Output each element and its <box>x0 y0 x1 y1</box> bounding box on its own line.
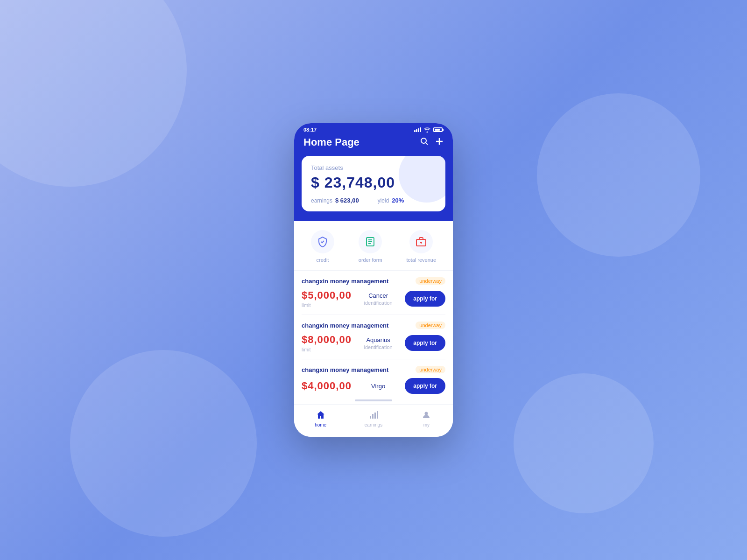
list-id-type-3: Virgo <box>371 383 385 390</box>
list-id-label-2: identification <box>364 344 393 350</box>
list-limit-1: limit <box>302 302 352 308</box>
status-badge-1: underway <box>416 277 445 285</box>
bottom-nav: home earnings <box>294 404 453 437</box>
quick-icon-order-form[interactable]: order form <box>359 230 382 263</box>
nav-label-home: home <box>315 422 326 427</box>
earnings-item: earnings $ 623,00 <box>311 197 359 204</box>
apply-button-1[interactable]: apply for <box>405 291 445 307</box>
nav-item-my[interactable]: my <box>400 409 453 427</box>
app-header: Home Page <box>294 134 453 156</box>
list-id-type-1: Cancer <box>368 292 388 299</box>
quick-icons-row: credit order form <box>294 221 453 271</box>
assets-label: Total assets <box>311 164 436 171</box>
list-section: changxin money management underway $5,00… <box>294 271 453 397</box>
scroll-bar <box>355 399 392 401</box>
assets-section: Total assets $ 23,748,00 earnings $ 623,… <box>294 156 453 221</box>
list-card-body-1: $5,000,00 limit Cancer identification ap… <box>302 289 445 308</box>
status-badge-3: underway <box>416 366 445 373</box>
credit-icon-circle <box>311 230 334 253</box>
status-time: 08:17 <box>303 127 317 133</box>
my-icon <box>421 409 432 420</box>
bg-decoration-3 <box>537 93 700 257</box>
status-badge-2: underway <box>416 322 445 329</box>
status-bar: 08:17 <box>294 123 453 134</box>
svg-line-1 <box>426 142 428 145</box>
header-actions <box>420 137 444 148</box>
list-card-title-3: changxin money management <box>302 366 388 373</box>
add-icon[interactable] <box>435 137 444 148</box>
list-card-body-3: $4,000,00 Virgo apply for <box>302 378 445 394</box>
list-card-title-1: changxin money management <box>302 278 388 285</box>
nav-item-earnings[interactable]: earnings <box>347 409 400 427</box>
bg-decoration-1 <box>0 0 187 187</box>
list-item: changxin money management underway $8,00… <box>302 315 445 359</box>
list-card-middle-3: Virgo <box>371 383 385 390</box>
quick-icon-credit[interactable]: credit <box>311 230 334 263</box>
nav-item-home[interactable]: home <box>294 409 347 427</box>
list-item: changxin money management underway $5,00… <box>302 271 445 315</box>
bg-decoration-2 <box>70 350 257 537</box>
earnings-label: earnings <box>311 197 332 204</box>
total-revenue-icon-circle <box>409 230 433 253</box>
list-limit-2: limit <box>302 347 352 352</box>
scroll-indicator <box>294 397 453 404</box>
order-form-label: order form <box>359 257 382 263</box>
list-amount-3: $4,000,00 <box>302 380 352 392</box>
yield-label: yield <box>378 197 389 204</box>
assets-amount: $ 23,748,00 <box>311 174 436 191</box>
quick-icon-total-revenue[interactable]: total revenue <box>406 230 436 263</box>
order-form-icon-circle <box>359 230 382 253</box>
list-amount-1: $5,000,00 <box>302 289 352 301</box>
list-id-label-1: identification <box>364 300 393 306</box>
credit-label: credit <box>316 257 329 263</box>
svg-rect-13 <box>374 413 376 419</box>
svg-point-15 <box>425 412 428 415</box>
battery-icon <box>433 127 444 132</box>
home-icon <box>315 409 326 420</box>
svg-rect-14 <box>377 411 378 419</box>
list-card-left-2: $8,000,00 limit <box>302 334 352 352</box>
nav-label-my: my <box>423 422 430 427</box>
phone-container: 08:17 Home P <box>294 123 453 437</box>
list-card-middle-2: Aquarius identification <box>364 336 393 350</box>
list-card-left-1: $5,000,00 limit <box>302 289 352 308</box>
nav-label-earnings: earnings <box>365 422 382 427</box>
signal-icon <box>414 127 421 132</box>
svg-rect-12 <box>372 414 374 419</box>
bg-decoration-4 <box>514 373 654 513</box>
list-card-left-3: $4,000,00 <box>302 380 352 392</box>
page-title: Home Page <box>303 136 359 148</box>
list-card-header-1: changxin money management underway <box>302 277 445 285</box>
status-icons <box>414 127 444 133</box>
assets-footer: earnings $ 623,00 yield 20% <box>311 197 436 204</box>
list-card-body-2: $8,000,00 limit Aquarius identification … <box>302 334 445 352</box>
yield-value: 20% <box>392 197 404 204</box>
svg-point-0 <box>421 138 426 143</box>
yield-item: yield 20% <box>378 197 404 204</box>
list-id-type-2: Aquarius <box>366 336 390 343</box>
apply-button-3[interactable]: apply for <box>405 378 445 394</box>
earnings-icon <box>368 409 379 420</box>
list-card-middle-1: Cancer identification <box>364 292 393 306</box>
assets-card: Total assets $ 23,748,00 earnings $ 623,… <box>302 156 445 211</box>
list-amount-2: $8,000,00 <box>302 334 352 346</box>
list-card-header-2: changxin money management underway <box>302 322 445 329</box>
svg-rect-11 <box>370 416 371 419</box>
list-item: changxin money management underway $4,00… <box>302 359 445 397</box>
main-content: credit order form <box>294 221 453 437</box>
list-card-header-3: changxin money management underway <box>302 366 445 373</box>
earnings-value: $ 623,00 <box>335 197 359 204</box>
total-revenue-label: total revenue <box>406 257 436 263</box>
list-card-title-2: changxin money management <box>302 322 388 329</box>
search-icon[interactable] <box>420 137 429 148</box>
wifi-icon <box>423 127 431 133</box>
apply-button-2[interactable]: apply tor <box>405 335 445 351</box>
